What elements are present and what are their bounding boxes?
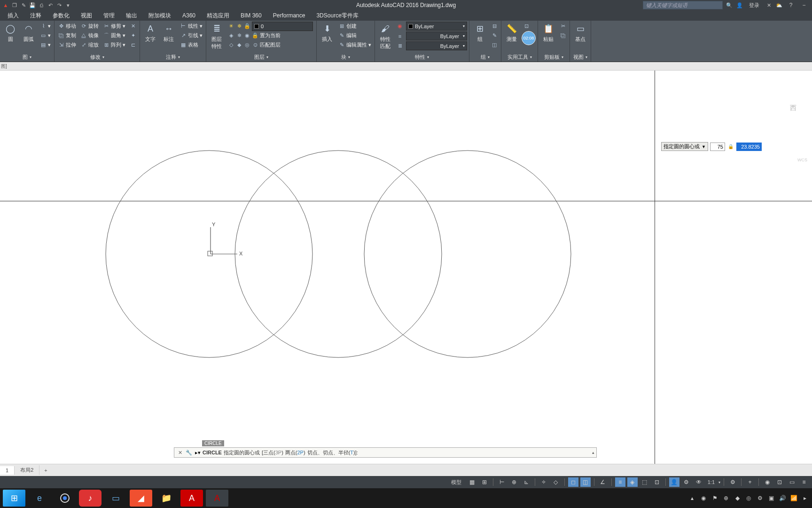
polar-toggle[interactable]: ✧ — [539, 477, 549, 487]
tray-icon-7[interactable]: ▣ — [767, 494, 775, 502]
undo-icon[interactable]: ↶ — [47, 1, 54, 9]
clean-toggle[interactable]: ▭ — [787, 477, 797, 487]
cmd-recent-icon[interactable]: ▸▾ — [195, 450, 201, 456]
infer-toggle[interactable]: ⊢ — [497, 477, 507, 487]
table-button[interactable]: ▦表格 — [179, 40, 204, 49]
text-button[interactable]: A 文字 — [142, 22, 159, 44]
measure-button[interactable]: 📏 测量 — [503, 22, 520, 44]
help-icon[interactable]: ? — [786, 1, 796, 9]
tab-a360[interactable]: A360 — [177, 11, 201, 20]
tab-featured[interactable]: 精选应用 — [201, 10, 235, 21]
move-button[interactable]: ✥移动 — [56, 22, 78, 31]
paste-button[interactable]: 📋 粘贴 — [540, 22, 557, 44]
layer-select[interactable]: 0 — [252, 22, 313, 31]
otrack-toggle[interactable]: ∠ — [598, 477, 608, 487]
ungroup-button[interactable]: ⊟ — [490, 22, 499, 31]
login-button[interactable]: 登录 — [746, 2, 762, 9]
drawing-canvas[interactable]: X Y 西 WCS 指定圆的圆心或 ▼ 🔒 — [0, 71, 812, 464]
erase-button[interactable]: ✕ — [128, 22, 138, 31]
rectangle-button[interactable]: ▭▾ — [39, 31, 52, 40]
group-edit-button[interactable]: ✎ — [490, 31, 499, 40]
copy-button[interactable]: ⿻复制 — [56, 31, 78, 40]
help-search-input[interactable]: 键入关键字或短语 — [643, 1, 723, 9]
layer-iso-icon[interactable]: ◈ — [228, 32, 234, 39]
arc-button[interactable]: ◠ 圆弧 — [20, 22, 37, 44]
osnap-toggle[interactable]: ◻ — [568, 477, 578, 487]
user-icon[interactable]: 👤 — [736, 1, 743, 9]
color-select[interactable]: ByLayer — [406, 22, 467, 31]
ortho-toggle[interactable]: ⊾ — [521, 477, 531, 487]
linear-button[interactable]: ⊢线性 ▾ — [179, 22, 204, 31]
dimension-button[interactable]: ↔ 标注 — [160, 22, 177, 44]
leader-button[interactable]: ↗引线 ▾ — [179, 31, 204, 40]
explode-button[interactable]: ✦ — [128, 31, 138, 40]
scale-display[interactable]: 1:1 — [706, 479, 717, 485]
layer-freeze-icon[interactable]: ❄ — [236, 32, 242, 39]
task-explorer[interactable]: 📁 — [155, 490, 178, 507]
file-tab[interactable]: 图] — [1, 63, 7, 70]
minimize-button[interactable]: − — [799, 1, 809, 9]
new-icon[interactable]: ❐ — [11, 1, 18, 9]
isolate-toggle[interactable]: ◉ — [762, 477, 773, 487]
tab-bim360[interactable]: BIM 360 — [235, 11, 267, 20]
fillet-button[interactable]: ⌒圆角 ▾ — [102, 31, 127, 40]
status-model[interactable]: 模型 — [447, 478, 465, 487]
save-icon[interactable]: 💾 — [29, 1, 36, 9]
edit-attr-button[interactable]: ✎编辑属性 ▾ — [337, 40, 373, 49]
linetype-select[interactable]: ByLayer — [406, 41, 467, 50]
task-netease[interactable]: ♪ — [79, 490, 102, 507]
cmd-config-icon[interactable]: 🔧 — [186, 450, 193, 456]
panel-draw-title[interactable]: 图 — [2, 52, 52, 62]
panel-clip-title[interactable]: 剪贴板 — [540, 52, 568, 62]
panel-layer-title[interactable]: 图层 — [208, 52, 314, 62]
layout-add-button[interactable]: + — [39, 466, 52, 475]
hatch-button[interactable]: ▤▾ — [39, 40, 52, 49]
anno-auto-toggle[interactable]: ⚙ — [681, 477, 692, 487]
layout-tab-2[interactable]: 布局2 — [15, 465, 39, 475]
snap-toggle[interactable]: ⊞ — [479, 477, 490, 487]
tray-icon-3[interactable]: ⊕ — [722, 494, 730, 502]
offset-button[interactable]: ⊏ — [128, 40, 138, 49]
app-menu-icon[interactable]: ▲ — [2, 1, 9, 9]
setcurrent-button[interactable]: 置为当前 — [260, 32, 281, 39]
panel-group-title[interactable]: 组 — [471, 52, 499, 62]
tray-more-icon[interactable]: ▸ — [801, 494, 809, 502]
iso-toggle[interactable]: ◇ — [551, 477, 561, 487]
layer-props-button[interactable]: ≣ 图层 特性 — [208, 22, 225, 51]
tpy-toggle[interactable]: ◈ — [627, 477, 638, 487]
layer-off-icon[interactable]: ◉ — [244, 32, 250, 39]
group-select-button[interactable]: ◫ — [490, 40, 499, 49]
create-block-button[interactable]: ⊞创建 — [337, 22, 373, 31]
monitor-toggle[interactable]: + — [745, 477, 755, 487]
tray-icon-2[interactable]: ⚑ — [710, 494, 719, 502]
tray-icon-6[interactable]: ⚙ — [756, 494, 764, 502]
cut-button[interactable]: ✂ — [558, 22, 568, 31]
tray-network-icon[interactable]: 📶 — [789, 494, 798, 502]
tab-performance[interactable]: Performance — [267, 11, 311, 20]
panel-annot-title[interactable]: 注释 — [142, 52, 204, 62]
rotate-button[interactable]: ⟳旋转 — [79, 22, 100, 31]
tray-icon-1[interactable]: ◉ — [699, 494, 708, 502]
hw-toggle[interactable]: ⊡ — [774, 477, 785, 487]
panel-block-title[interactable]: 块 — [319, 52, 373, 62]
tab-parametric[interactable]: 参数化 — [47, 10, 75, 21]
cmd-close-icon[interactable]: ✕ — [176, 450, 184, 456]
custom-button[interactable]: ≡ — [799, 477, 809, 487]
tab-view[interactable]: 视图 — [75, 10, 98, 21]
ws-toggle[interactable]: ⚙ — [727, 477, 738, 487]
anno-toggle[interactable]: 👤 — [669, 477, 679, 487]
copy-clip-button[interactable]: ⿻ — [558, 31, 568, 40]
task-app1[interactable]: ▭ — [104, 490, 127, 507]
cmd-history-icon[interactable]: ▴ — [592, 450, 594, 455]
layout-tab-model[interactable]: 1 — [0, 466, 15, 475]
tab-annotate[interactable]: 注释 — [24, 10, 47, 21]
select-all-button[interactable]: ⊡ — [522, 22, 536, 31]
task-chrome[interactable] — [54, 490, 76, 507]
qp-toggle[interactable]: ⬚ — [640, 477, 650, 487]
sc-toggle[interactable]: ⊡ — [652, 477, 662, 487]
command-line[interactable]: ✕ 🔧 ▸▾ CIRCLE 指定圆的圆心或 [三点(3P) 两点(2P) 切点、… — [174, 447, 597, 458]
circle-button[interactable]: ◯ 圆 — [2, 22, 19, 44]
tab-manage[interactable]: 管理 — [98, 10, 120, 21]
task-autocad[interactable]: A — [206, 490, 228, 507]
polyline-button[interactable]: ⌇▾ — [39, 22, 52, 31]
